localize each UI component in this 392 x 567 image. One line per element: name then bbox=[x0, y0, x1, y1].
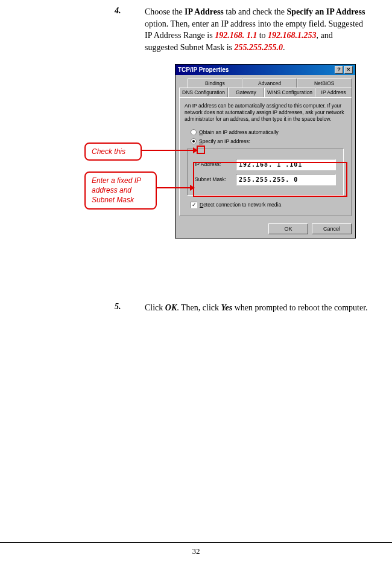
tab-dns[interactable]: DNS Configuration bbox=[179, 88, 228, 97]
step-5-number: 5. bbox=[18, 302, 115, 312]
checkbox-detect-connection[interactable]: ✓ Detect connection to network media bbox=[191, 202, 346, 208]
help-button[interactable]: ? bbox=[335, 66, 343, 74]
tab-panel-ip: An IP address can be automatically assig… bbox=[179, 97, 352, 216]
callout-check-this: Check this bbox=[84, 143, 142, 161]
page-number: 32 bbox=[192, 546, 200, 556]
panel-description: An IP address can be automatically assig… bbox=[185, 103, 346, 123]
dialog-title: TCP/IP Properties bbox=[178, 66, 229, 73]
radio-specify-label: Specify an IP address: bbox=[199, 138, 250, 145]
tab-ip-address[interactable]: IP Address bbox=[315, 88, 352, 97]
cancel-button[interactable]: Cancel bbox=[312, 223, 352, 234]
dialog-titlebar: TCP/IP Properties ? × bbox=[175, 65, 355, 75]
radio-obtain-label: Obtain an IP address automatically bbox=[199, 129, 279, 136]
radio-obtain-auto[interactable]: Obtain an IP address automatically bbox=[191, 129, 346, 136]
tab-wins[interactable]: WINS Configuration bbox=[264, 88, 315, 97]
tab-advanced[interactable]: Advanced bbox=[242, 78, 297, 88]
tab-gateway[interactable]: Gateway bbox=[228, 88, 264, 97]
highlight-inputs bbox=[193, 162, 347, 197]
ok-button[interactable]: OK bbox=[268, 223, 308, 234]
tab-row-front: DNS Configuration Gateway WINS Configura… bbox=[179, 88, 352, 97]
step-4: 4. Choose the IP Address tab and check t… bbox=[18, 6, 374, 53]
tab-row-back: Bindings Advanced NetBIOS bbox=[188, 78, 352, 88]
arrow-icon bbox=[142, 150, 197, 151]
radio-icon bbox=[191, 138, 197, 144]
tab-bindings[interactable]: Bindings bbox=[188, 78, 242, 88]
highlight-radio bbox=[197, 146, 205, 154]
step-5: 5. Click OK. Then, click Yes when prompt… bbox=[18, 302, 374, 314]
checkbox-icon: ✓ bbox=[191, 202, 197, 208]
radio-specify-ip[interactable]: Specify an IP address: bbox=[191, 138, 346, 145]
close-button[interactable]: × bbox=[344, 66, 353, 74]
tab-netbios[interactable]: NetBIOS bbox=[297, 78, 352, 88]
arrow-icon bbox=[157, 187, 194, 188]
radio-icon bbox=[191, 129, 197, 135]
step-5-text: Click OK. Then, click Yes when prompted … bbox=[145, 302, 374, 314]
callout-enter-ip: Enter a fixed IP address and Subnet Mask bbox=[84, 171, 157, 210]
step-4-text: Choose the IP Address tab and check the … bbox=[145, 6, 374, 53]
figure-tcpip-properties: TCP/IP Properties ? × Bindings Advanced … bbox=[18, 64, 374, 287]
page-footer: 32 bbox=[0, 542, 392, 556]
step-4-number: 4. bbox=[18, 6, 115, 16]
checkbox-detect-label: Detect connection to network media bbox=[200, 202, 281, 208]
